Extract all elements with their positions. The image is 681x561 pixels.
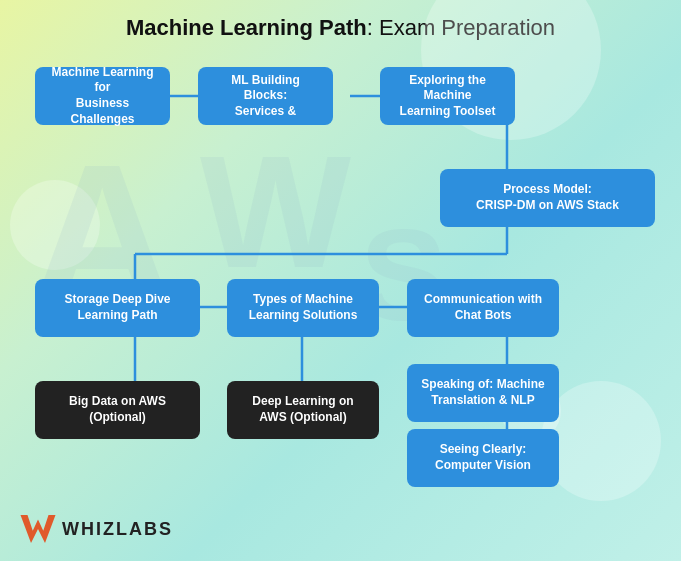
whizlabs-icon bbox=[20, 515, 56, 543]
logo-label: WHIZLABS bbox=[62, 519, 173, 540]
node-ml-business[interactable]: Machine Learning for Business Challenges bbox=[35, 67, 170, 125]
node-types-ml[interactable]: Types of Machine Learning Solutions bbox=[227, 279, 379, 337]
node-big-data[interactable]: Big Data on AWS (Optional) bbox=[35, 381, 200, 439]
node-translation-nlp[interactable]: Speaking of: Machine Translation & NLP bbox=[407, 364, 559, 422]
node-storage-deep-dive[interactable]: Storage Deep Dive Learning Path bbox=[35, 279, 200, 337]
node-deep-learning[interactable]: Deep Learning on AWS (Optional) bbox=[227, 381, 379, 439]
page-title: Machine Learning Path: Exam Preparation bbox=[20, 15, 661, 41]
node-chat-bots[interactable]: Communication with Chat Bots bbox=[407, 279, 559, 337]
node-ml-building-blocks[interactable]: ML Building Blocks: Services & bbox=[198, 67, 333, 125]
node-crisp-dm[interactable]: Process Model: CRISP-DM on AWS Stack bbox=[440, 169, 655, 227]
svg-marker-12 bbox=[21, 515, 56, 543]
node-ml-toolset[interactable]: Exploring the Machine Learning Toolset bbox=[380, 67, 515, 125]
page-container: A W S Machine Learning Path: Exam Prepar… bbox=[0, 0, 681, 561]
node-computer-vision[interactable]: Seeing Clearly: Computer Vision bbox=[407, 429, 559, 487]
diagram: Machine Learning for Business Challenges… bbox=[20, 59, 661, 489]
logo: WHIZLABS bbox=[20, 515, 173, 543]
